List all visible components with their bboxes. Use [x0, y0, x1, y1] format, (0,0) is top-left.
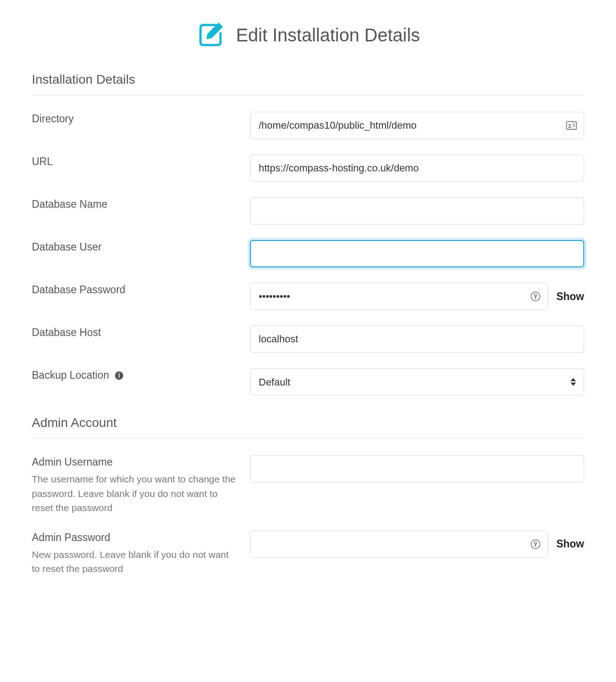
admin-password-input[interactable] [250, 531, 548, 558]
section-divider [32, 438, 584, 439]
label-db-user: Database User [32, 240, 239, 254]
row-directory: Directory [32, 112, 584, 139]
info-icon[interactable] [114, 370, 125, 381]
key-icon [529, 538, 542, 551]
db-password-show-toggle[interactable]: Show [556, 291, 584, 303]
label-url: URL [32, 155, 239, 169]
label-admin-username: Admin Username [32, 455, 239, 469]
label-admin-password: Admin Password [32, 531, 239, 545]
url-input[interactable] [250, 155, 584, 182]
key-icon [529, 290, 542, 303]
row-db-host: Database Host [32, 326, 584, 353]
db-name-input[interactable] [250, 197, 584, 225]
help-admin-password: New password. Leave blank if you do not … [32, 547, 239, 576]
label-db-name: Database Name [32, 197, 239, 211]
row-admin-password: Admin Password New password. Leave blank… [32, 531, 584, 576]
label-db-host: Database Host [32, 326, 239, 340]
row-admin-username: Admin Username The username for which yo… [32, 455, 584, 515]
svg-rect-0 [566, 121, 576, 129]
section-heading-admin: Admin Account [32, 416, 584, 430]
label-backup-location: Backup Location [32, 368, 109, 382]
page-title: Edit Installation Details [236, 25, 420, 45]
label-db-password: Database Password [32, 283, 239, 297]
page-header: Edit Installation Details [32, 20, 584, 50]
row-url: URL [32, 155, 584, 182]
label-directory: Directory [32, 112, 239, 126]
row-db-password: Database Password Show [32, 283, 584, 310]
section-heading-installation: Installation Details [32, 72, 584, 87]
db-host-input[interactable] [250, 326, 584, 353]
svg-rect-7 [119, 375, 120, 377]
row-db-user: Database User [32, 240, 584, 267]
row-db-name: Database Name [32, 197, 584, 225]
contact-card-icon [565, 119, 578, 132]
section-divider [32, 95, 584, 95]
admin-password-show-toggle[interactable]: Show [556, 538, 584, 550]
svg-point-10 [534, 542, 536, 544]
db-password-input[interactable] [250, 283, 548, 310]
directory-input[interactable] [250, 112, 584, 139]
help-admin-username: The username for which you want to chang… [32, 472, 239, 515]
svg-point-1 [569, 124, 571, 126]
backup-location-select[interactable]: Default [250, 368, 584, 396]
edit-icon [196, 20, 225, 50]
db-user-input[interactable] [250, 240, 584, 267]
admin-username-input[interactable] [250, 455, 584, 482]
row-backup-location: Backup Location Default [32, 368, 584, 396]
svg-point-8 [119, 373, 120, 374]
svg-point-5 [534, 294, 536, 296]
